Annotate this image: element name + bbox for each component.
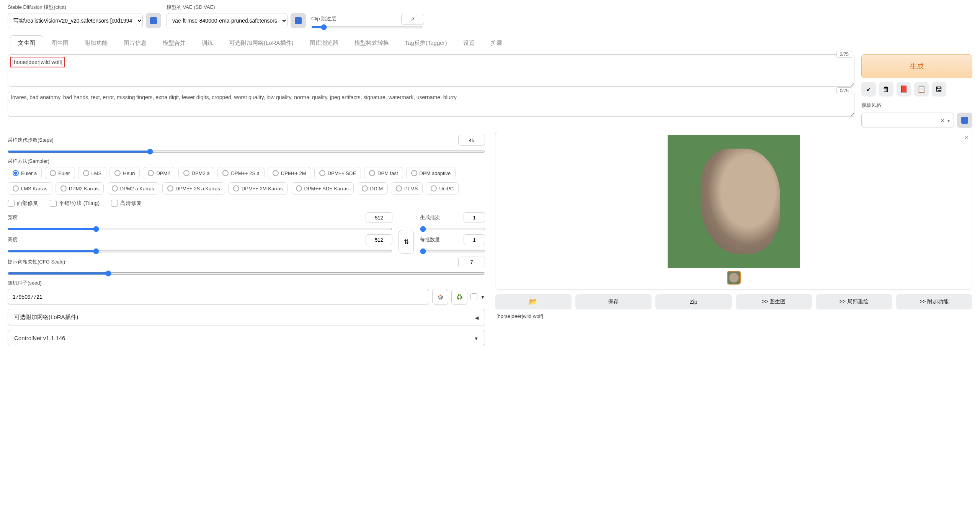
tab-10[interactable]: 设置 — [455, 35, 483, 51]
tab-0[interactable]: 文生图 — [10, 35, 43, 51]
zip-button[interactable]: Zip — [655, 294, 732, 309]
radio-icon — [222, 170, 229, 176]
extra-networks-button[interactable] — [897, 82, 911, 97]
sampler-dpm-2m-karras[interactable]: DPM++ 2M Karras — [228, 182, 288, 195]
apply-prompt-button[interactable] — [861, 82, 876, 97]
pos-token-count: 2/75 — [836, 51, 852, 58]
tab-2[interactable]: 附加功能 — [77, 35, 116, 51]
tab-3[interactable]: 图片信息 — [116, 35, 155, 51]
sampler-ddim[interactable]: DDIM — [357, 182, 388, 195]
refresh-style-button[interactable] — [957, 113, 972, 128]
tab-7[interactable]: 图库浏览器 — [302, 35, 346, 51]
clip-slider[interactable] — [311, 26, 422, 28]
triangle-down-icon — [480, 294, 485, 300]
style-label: 模板风格 — [861, 102, 972, 109]
close-icon[interactable]: × — [965, 134, 968, 141]
radio-icon — [396, 185, 402, 191]
radio-icon — [296, 185, 302, 191]
sampler-unipc[interactable]: UniPC — [426, 182, 459, 195]
batch-count-slider[interactable] — [420, 228, 485, 230]
cfg-slider[interactable] — [8, 272, 485, 275]
controlnet-accordion[interactable]: ControlNet v1.1.146 — [8, 330, 485, 346]
sampler-dpm-2s-a-karras[interactable]: DPM++ 2S a Karras — [162, 182, 225, 195]
lora-accordion[interactable]: 可选附加网络(LoRA插件) — [8, 309, 485, 326]
send-img2img-button[interactable]: >> 图生图 — [736, 294, 812, 309]
reuse-seed-button[interactable] — [451, 289, 467, 305]
clear-prompt-button[interactable] — [879, 82, 893, 97]
tab-9[interactable]: Tag反推(Tagger) — [397, 35, 455, 51]
sampler-dpm2-a-karras[interactable]: DPM2 a Karras — [107, 182, 159, 195]
tiling-checkbox[interactable]: 平铺/分块 (Tiling) — [50, 200, 100, 207]
generate-button[interactable]: 生成 — [861, 54, 972, 78]
sampler-dpm2[interactable]: DPM2 — [143, 167, 175, 179]
sampler-dpm-sde-karras[interactable]: DPM++ SDE Karras — [291, 182, 354, 195]
vae-label: 模型的 VAE (SD VAE) — [167, 4, 306, 11]
batch-count-label: 生成批次 — [420, 214, 440, 221]
refresh-icon — [961, 117, 968, 124]
positive-prompt[interactable] — [8, 54, 854, 87]
save-style-button[interactable] — [932, 82, 946, 97]
tab-11[interactable]: 扩展 — [483, 35, 510, 51]
sampler-dpm2-karras[interactable]: DPM2 Karras — [56, 182, 104, 195]
sampler-dpm-2s-a[interactable]: DPM++ 2S a — [217, 167, 264, 179]
radio-icon — [13, 185, 19, 191]
batch-size-value[interactable] — [464, 234, 485, 245]
refresh-vae-button[interactable] — [291, 13, 306, 28]
sampler-euler[interactable]: Euler — [45, 167, 75, 179]
sampler-dpm-sde[interactable]: DPM++ SDE — [314, 167, 361, 179]
radio-icon — [167, 185, 173, 191]
batch-count-value[interactable] — [464, 212, 485, 223]
send-extras-button[interactable]: >> 附加功能 — [896, 294, 973, 309]
generated-image[interactable] — [668, 135, 800, 268]
tab-1[interactable]: 图生图 — [43, 35, 77, 51]
sampler-dpm-fast[interactable]: DPM fast — [364, 167, 403, 179]
sampler-lms-karras[interactable]: LMS Karras — [8, 182, 52, 195]
negative-prompt[interactable] — [8, 91, 854, 117]
batch-size-slider[interactable] — [420, 250, 485, 252]
steps-slider[interactable] — [8, 151, 485, 153]
clear-style-icon[interactable] — [941, 117, 944, 123]
height-value[interactable] — [366, 234, 392, 245]
radio-icon — [112, 185, 118, 191]
sampler-euler-a[interactable]: Euler a — [8, 167, 42, 179]
sampler-dpm2-a[interactable]: DPM2 a — [178, 167, 215, 179]
seed-input[interactable] — [8, 289, 429, 305]
chevron-down-icon — [947, 117, 950, 123]
width-value[interactable] — [366, 212, 392, 223]
radio-icon — [50, 170, 56, 176]
save-button[interactable]: 保存 — [575, 294, 652, 309]
height-label: 高度 — [8, 236, 18, 243]
sampler-dpm-2m[interactable]: DPM++ 2M — [268, 167, 311, 179]
face-restore-checkbox[interactable]: 面部修复 — [8, 200, 38, 207]
radio-icon — [148, 170, 154, 176]
extra-seed-checkbox[interactable] — [470, 293, 477, 300]
radio-icon — [411, 170, 417, 176]
sampler-plms[interactable]: PLMS — [391, 182, 423, 195]
open-folder-button[interactable] — [495, 294, 572, 309]
tab-8[interactable]: 模型格式转换 — [346, 35, 397, 51]
tab-6[interactable]: 可选附加网络(LoRA插件) — [221, 35, 302, 51]
random-seed-button[interactable] — [432, 289, 448, 305]
vae-select[interactable]: vae-ft-mse-840000-ema-pruned.safetensors — [167, 13, 287, 28]
output-gallery: × — [495, 132, 972, 290]
refresh-ckpt-button[interactable] — [146, 13, 161, 28]
sampler-lms[interactable]: LMS — [78, 167, 107, 179]
sampler-dpm-adaptive[interactable]: DPM adaptive — [406, 167, 456, 179]
style-select[interactable] — [861, 113, 954, 128]
sampler-heun[interactable]: Heun — [109, 167, 140, 179]
height-slider[interactable] — [8, 250, 392, 252]
swap-wh-button[interactable]: ⇅ — [399, 230, 414, 254]
send-inpaint-button[interactable]: >> 局部重绘 — [816, 294, 892, 309]
steps-value[interactable] — [458, 135, 485, 146]
collapse-icon — [475, 314, 479, 321]
width-slider[interactable] — [8, 228, 392, 230]
paste-button[interactable] — [914, 82, 929, 97]
gallery-thumb[interactable] — [727, 271, 741, 285]
tab-4[interactable]: 模型合并 — [155, 35, 194, 51]
tab-5[interactable]: 训练 — [194, 35, 221, 51]
radio-icon — [273, 170, 279, 176]
clip-value[interactable] — [401, 14, 424, 25]
ckpt-select[interactable]: 写实\realisticVisionV20_v20.safetensors [c… — [8, 13, 143, 28]
hires-checkbox[interactable]: 高清修复 — [111, 200, 142, 207]
cfg-value[interactable] — [458, 257, 485, 267]
